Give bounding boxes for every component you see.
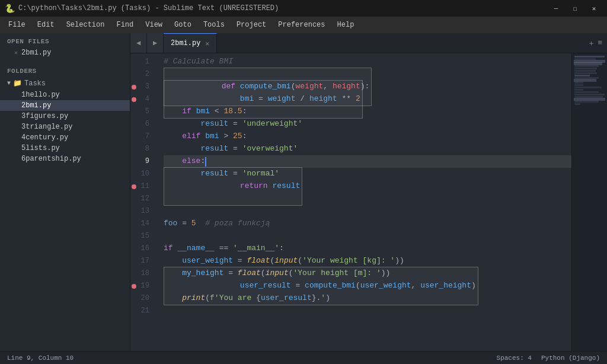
- line-num-3: 3: [130, 81, 154, 93]
- menu-view[interactable]: View: [139, 18, 168, 31]
- line-num-7: 7: [130, 130, 154, 143]
- line-num-17: 17: [130, 255, 154, 267]
- code-line-7: elif bmi > 25:: [164, 130, 571, 143]
- line-num-19: 19: [130, 280, 154, 292]
- line-num-20: 20: [130, 292, 154, 305]
- code-line-19: user_result = compute_bmi(user_weight, u…: [164, 280, 571, 292]
- menu-tools[interactable]: Tools: [197, 18, 231, 31]
- new-tab-icon[interactable]: ＋: [587, 38, 595, 49]
- folder-tasks[interactable]: ▼ 📁 Tasks: [0, 77, 130, 90]
- tab-actions: ＋ ≡: [583, 33, 607, 53]
- statusbar: Line 9, Column 10 Spaces: 4 Python (Djan…: [0, 351, 607, 364]
- line-num-1: 1: [130, 56, 154, 68]
- code-line-6: result = 'underweight': [164, 118, 571, 130]
- code-line-9: else:: [164, 155, 571, 168]
- code-line-5: if bmi < 18.5:: [164, 106, 571, 118]
- code-line-8: result = 'overweight': [164, 143, 571, 155]
- app-icon: 🐍: [5, 4, 15, 14]
- menubar: File Edit Selection Find View Goto Tools…: [0, 17, 607, 33]
- minimap: [571, 53, 607, 351]
- menu-file[interactable]: File: [2, 18, 31, 31]
- menu-project[interactable]: Project: [231, 18, 272, 31]
- close-icon[interactable]: ✕: [14, 49, 18, 56]
- tab-bar: ◀ ▶ 2bmi.py ✕ ＋ ≡: [130, 33, 607, 53]
- line-numbers: 1 2 3 4 5 6 7 8 9 10 11 12 13 14 15 16 1…: [130, 53, 159, 351]
- code-line-12: [164, 193, 571, 205]
- var-weight: weight: [268, 94, 296, 103]
- open-file-item[interactable]: ✕ 2bmi.py: [0, 47, 130, 58]
- file-2bmi[interactable]: 2bmi.py: [0, 100, 130, 111]
- line-num-4: 4: [130, 93, 154, 106]
- file-5lists[interactable]: 5lists.py: [0, 143, 130, 154]
- editor-area: ◀ ▶ 2bmi.py ✕ ＋ ≡ 1 2 3 4 5 6 7 8: [130, 33, 607, 351]
- line-num-12: 12: [130, 193, 154, 205]
- menu-goto[interactable]: Goto: [168, 18, 197, 31]
- menu-selection[interactable]: Selection: [60, 18, 111, 31]
- tab-prev-button[interactable]: ◀: [130, 33, 147, 53]
- line-num-18: 18: [130, 267, 154, 280]
- maximize-button[interactable]: ☐: [567, 2, 583, 14]
- file-1hello[interactable]: 1hello.py: [0, 90, 130, 100]
- menu-find[interactable]: Find: [110, 18, 139, 31]
- folder-name: Tasks: [24, 79, 46, 88]
- menu-preferences[interactable]: Preferences: [272, 18, 331, 31]
- code-line-16: if __name__ == '__main__':: [164, 242, 571, 255]
- status-spaces: Spaces: 4: [497, 355, 532, 362]
- var-height: height: [309, 94, 337, 103]
- line1-comment: # Calculate BMI: [164, 56, 233, 68]
- line-num-2: 2: [130, 68, 154, 81]
- close-button[interactable]: ✕: [586, 2, 602, 14]
- line-num-16: 16: [130, 242, 154, 255]
- folder-arrow-icon: ▼: [7, 80, 11, 87]
- menu-edit[interactable]: Edit: [31, 18, 60, 31]
- main-layout: OPEN FILES ✕ 2bmi.py FOLDERS ▼ 📁 Tasks 1…: [0, 33, 607, 351]
- status-right: Spaces: 4 Python (Django): [497, 355, 600, 362]
- file-6parentship[interactable]: 6parentship.py: [0, 154, 130, 164]
- window-controls: — ☐ ✕: [548, 2, 602, 14]
- var-bmi: bmi: [240, 94, 254, 103]
- line-num-14: 14: [130, 218, 154, 230]
- window-title: C:\python\Tasks\2bmi.py (Tasks) - Sublim…: [18, 4, 548, 12]
- line-num-6: 6: [130, 118, 154, 130]
- line-num-21: 21: [130, 305, 154, 317]
- tab-2bmi[interactable]: 2bmi.py ✕: [164, 33, 217, 53]
- tab-menu-icon[interactable]: ≡: [598, 39, 602, 47]
- menu-help[interactable]: Help: [331, 18, 360, 31]
- line-num-8: 8: [130, 143, 154, 155]
- code-line-13: [164, 205, 571, 218]
- status-language: Python (Django): [541, 355, 600, 362]
- file-3triangle[interactable]: 3triangle.py: [0, 122, 130, 132]
- file-3figures[interactable]: 3figures.py: [0, 111, 130, 122]
- code-line-4: bmi = weight / height ** 2: [164, 93, 571, 106]
- code-line-17: user_weight = float(input('Your weight […: [164, 255, 571, 267]
- code-line-11: return result: [164, 180, 571, 193]
- minimize-button[interactable]: —: [548, 2, 564, 14]
- folders-header: FOLDERS: [0, 63, 130, 77]
- sidebar: OPEN FILES ✕ 2bmi.py FOLDERS ▼ 📁 Tasks 1…: [0, 33, 130, 351]
- folders-section: FOLDERS ▼ 📁 Tasks 1hello.py 2bmi.py 3fig…: [0, 63, 130, 164]
- line-num-10: 10: [130, 168, 154, 180]
- folder-icon: 📁: [13, 79, 22, 88]
- open-file-name: 2bmi.py: [21, 49, 51, 57]
- file-4century[interactable]: 4century.py: [0, 132, 130, 143]
- code-editor[interactable]: 1 2 3 4 5 6 7 8 9 10 11 12 13 14 15 16 1…: [130, 53, 607, 351]
- open-files-header: OPEN FILES: [0, 33, 130, 47]
- code-line-15: [164, 230, 571, 242]
- status-position: Line 9, Column 10: [7, 355, 74, 362]
- line-num-15: 15: [130, 230, 154, 242]
- line-num-13: 13: [130, 205, 154, 218]
- code-line-1: # Calculate BMI: [164, 56, 571, 68]
- code-line-14: foo = 5 # poza funkcją: [164, 218, 571, 230]
- kw-if: if: [182, 106, 196, 118]
- tab-next-button[interactable]: ▶: [147, 33, 164, 53]
- code-line-21: [164, 305, 571, 317]
- line-num-9: 9: [130, 155, 154, 168]
- titlebar: 🐍 C:\python\Tasks\2bmi.py (Tasks) - Subl…: [0, 0, 607, 17]
- tab-close-icon[interactable]: ✕: [205, 40, 209, 47]
- code-content[interactable]: # Calculate BMI def compute_bmi(weight, …: [159, 53, 571, 351]
- line-num-11: 11: [130, 180, 154, 193]
- code-line-20: print(f'You are {user_result}.'): [164, 292, 571, 305]
- tab-filename: 2bmi.py: [171, 39, 200, 47]
- line-num-5: 5: [130, 106, 154, 118]
- num-2: 2: [356, 94, 360, 103]
